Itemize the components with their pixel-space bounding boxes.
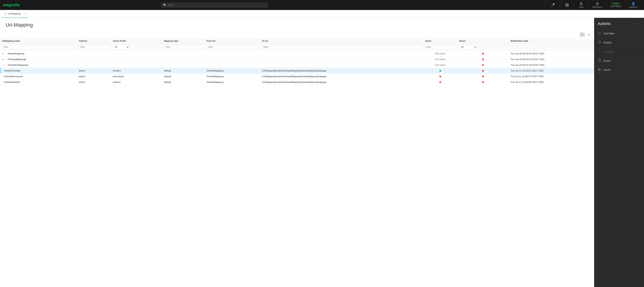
row-name-label: DefaultPermanent <box>4 75 23 78</box>
export-action[interactable]: Export <box>594 56 644 65</box>
table-row[interactable]: ▶ ⠿ RegexMappings (0/3) active <box>0 51 594 57</box>
row-name-cell: ▶ ⠿ RotatingMappings <box>0 57 77 62</box>
filter-status-cell: All Published Unpublished <box>457 44 509 51</box>
filter-active-input[interactable] <box>425 45 456 49</box>
add-folder-action[interactable]: Add folder <box>594 29 644 38</box>
filter-status-select[interactable]: All Published Unpublished <box>459 45 477 49</box>
search-bar[interactable]: 🔍 <box>161 2 268 8</box>
filter-from-cell <box>205 44 260 51</box>
filter-type-input[interactable] <box>164 45 203 49</box>
col-header-type: Mapping Type <box>162 39 205 44</box>
drag-handle[interactable]: ⠿ <box>6 64 8 66</box>
col-header-name: UriMapping name <box>0 39 77 44</box>
table-row[interactable]: ▶ ⠿ RotatingMappings (0/3) active <box>0 57 594 62</box>
row-name-label: DefaultRedirect <box>4 81 20 83</box>
microphone-icon: 🎤 <box>551 3 555 7</box>
filter-channel-input[interactable] <box>79 45 109 49</box>
page-header: Uri-Mapping <box>0 18 594 31</box>
row-prefix-cell: redirect <box>111 79 162 85</box>
row-mod-cell: Tue Jun 02 09:37:43 CEST 2020 <box>509 62 594 68</box>
folder-icon <box>598 32 601 36</box>
status-dot <box>482 70 484 72</box>
drag-handle[interactable]: ⠿ <box>6 58 7 61</box>
filter-name-input[interactable] <box>2 45 75 49</box>
table-row[interactable]: ⠿ DefaultForward author forward default … <box>0 68 594 74</box>
svg-text:magnolia: magnolia <box>3 3 20 7</box>
tab-close-button[interactable]: ✕ <box>23 13 25 15</box>
row-from-cell <box>205 51 260 57</box>
content-area: Uri-Mapping ☰ ≡ UriMapping name Channel <box>0 18 594 287</box>
row-mod-cell: Tue Jun 02 09:44:15 CEST 2020 <box>509 57 594 62</box>
active-status-label: (0/3) active <box>435 58 446 61</box>
filter-to-input[interactable] <box>262 45 422 49</box>
drag-handle[interactable]: ⠿ <box>2 75 4 78</box>
filter-prefix-cell: All forward permanent redirect <box>111 44 162 51</box>
table-header-row: UriMapping name Channel Action Prefix Ma… <box>0 39 594 44</box>
status-dot <box>482 64 484 66</box>
filter-to-cell <box>260 44 423 51</box>
filter-from-input[interactable] <box>206 45 258 49</box>
toolbar: ☰ ≡ <box>0 31 594 39</box>
list-view-button[interactable]: ☰ <box>579 32 585 37</box>
top-nav: magnolia 🔍 🎤 0 Tasks 0 Notifications <box>0 0 644 10</box>
drag-handle[interactable]: ⠿ <box>6 52 7 55</box>
grid-view-button[interactable]: ≡ <box>586 32 591 37</box>
row-from-cell <box>205 57 260 62</box>
col-header-from: From Uri <box>205 39 260 44</box>
apps-nav-item[interactable] <box>560 0 574 10</box>
row-mod-cell: Tue Jun 02 09:40:44 CEST 2020 <box>509 51 594 57</box>
user-nav-item[interactable]: 👤 superuser <box>625 0 641 10</box>
export-label: Export <box>604 59 610 62</box>
row-type-cell: default <box>162 79 205 85</box>
notifications-nav-item[interactable]: 0 Notifications <box>588 0 606 10</box>
row-expander[interactable]: ▶ <box>2 53 5 55</box>
import-action[interactable]: Import <box>594 65 644 75</box>
row-to-cell <box>260 62 423 68</box>
unpublish-action[interactable]: Unpublish <box>594 47 644 56</box>
row-name-cell: ⠿ DefaultRedirect <box>0 79 77 85</box>
row-status-cell <box>457 51 509 57</box>
row-mod-cell: Tue Jul 21 10:39:08 CEST 2020 <box>509 79 594 85</box>
actions-collapse-button[interactable]: › <box>638 21 640 26</box>
uri-mapping-tab[interactable]: ⬡ Uri-Mapping ✕ <box>2 10 28 18</box>
table-row[interactable]: ⠿ DefaultRedirect author redirect defaul… <box>0 79 594 85</box>
search-input[interactable] <box>168 4 266 7</box>
travel-author-label: Travel Author <box>610 5 622 8</box>
publish-icon <box>598 41 601 45</box>
status-dot <box>482 59 484 60</box>
row-type-cell <box>162 51 205 57</box>
row-status-cell <box>457 62 509 68</box>
active-dot <box>439 76 441 77</box>
tasks-nav-item[interactable]: 0 Tasks <box>574 0 588 10</box>
filter-mod-cell <box>509 44 594 51</box>
filter-channel-cell <box>77 44 111 51</box>
table-row[interactable]: ▼ ⠿ DefaultUriMappings (1/3) active <box>0 62 594 68</box>
row-active-cell <box>423 74 457 79</box>
row-expander[interactable]: ▼ <box>2 64 5 66</box>
row-from-cell <box>205 62 260 68</box>
drag-handle[interactable]: ⠿ <box>2 70 4 72</box>
filter-active-cell <box>423 44 457 51</box>
table-row[interactable]: ⠿ DefaultPermanent author permanent defa… <box>0 74 594 79</box>
row-prefix-cell <box>111 51 162 57</box>
row-type-cell: default <box>162 74 205 79</box>
drag-handle[interactable]: ⠿ <box>2 81 4 83</box>
row-prefix-cell: forward <box>111 68 162 74</box>
row-expander[interactable]: ▶ <box>2 59 5 61</box>
actions-title: Actions <box>598 21 610 26</box>
filter-prefix-select[interactable]: All forward permanent redirect <box>113 45 129 49</box>
row-to-cell: /UriMappingSamples/DefaultMapping/Defaul… <box>260 74 423 79</box>
row-active-cell: (1/3) active <box>423 62 457 68</box>
filter-row: All forward permanent redirect <box>0 44 594 51</box>
microphone-nav-item[interactable]: 🎤 <box>546 0 560 10</box>
row-mod-cell: Tue Jul 21 10:38:47 CEST 2020 <box>509 74 594 79</box>
travel-author-nav-item[interactable]: LOCAL Travel Author <box>606 0 625 10</box>
publish-action[interactable]: Publish <box>594 38 644 47</box>
col-header-channel: Channel <box>77 39 111 44</box>
logo[interactable]: magnolia <box>3 3 21 8</box>
search-icon: 🔍 <box>163 4 167 7</box>
page-title: Uri-Mapping <box>6 22 588 28</box>
row-type-cell <box>162 62 205 68</box>
row-active-cell: (0/3) active <box>423 57 457 62</box>
local-badge: LOCAL <box>612 3 620 5</box>
